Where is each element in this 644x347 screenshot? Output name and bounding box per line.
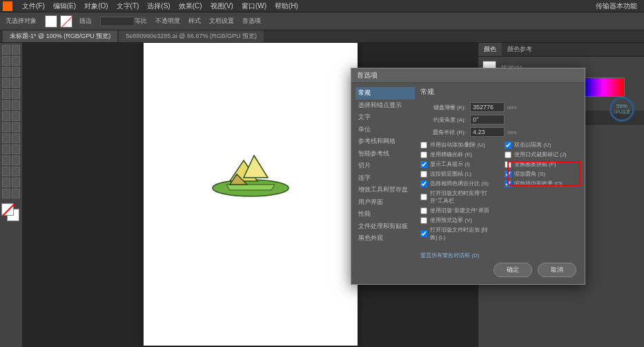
artboard-tool-icon[interactable] — [2, 178, 10, 187]
zoom-tool-icon[interactable] — [12, 189, 20, 198]
check-disable-auto[interactable]: 停用自动添加/删除 (U) — [420, 141, 491, 149]
cat-ui[interactable]: 用户界面 — [355, 196, 415, 209]
cat-black[interactable]: 黑色外观 — [355, 232, 415, 245]
corner-label: 圆角半径 (R): — [420, 129, 470, 136]
cat-general[interactable]: 常规 — [355, 87, 415, 100]
key-increment-input[interactable] — [470, 102, 505, 112]
corner-unit: mm — [507, 129, 516, 135]
mesh-tool-icon[interactable] — [2, 144, 10, 154]
check-scale-corners[interactable]: 缩放圆角 (S) — [505, 170, 575, 178]
check-legacy-toolbar[interactable]: 打开旧版文档时应用"打开"工具栏 — [420, 189, 491, 205]
check-japanese-crop[interactable]: 使用日式裁剪标记 (J) — [505, 151, 575, 158]
system-indicator: 59% CPU温度 — [609, 97, 643, 124]
cat-plugins[interactable]: 增效工具和暂存盘 — [355, 184, 415, 196]
scale-tool-icon[interactable] — [12, 111, 20, 121]
check-transform-pattern[interactable]: 变换图案拼贴 (F) — [505, 160, 575, 168]
color-guide-tab[interactable]: 颜色参考 — [502, 43, 538, 56]
tab-file2[interactable]: 5e880990e3285.ai @ 66.67% (RGB/GPU 预览) — [119, 30, 264, 42]
check-precise-cursor[interactable]: 使用精确光标 (E) — [420, 151, 491, 158]
menu-bar: 文件(F) 编辑(E) 对象(O) 文字(T) 选择(S) 效果(C) 视图(V… — [0, 0, 644, 12]
check-preview-bounds[interactable]: 使用预览边界 (V) — [420, 216, 491, 224]
check-same-tint[interactable]: 选择相同色调百分比 (S) — [420, 180, 491, 187]
cat-hyphenation[interactable]: 连字 — [355, 172, 415, 185]
opt-style[interactable]: 样式 — [188, 17, 201, 26]
opt-uniform[interactable]: 等比 — [135, 17, 147, 26]
brush-tool-icon[interactable] — [12, 89, 20, 99]
menu-file[interactable]: 文件(F) — [18, 1, 49, 11]
line-tool-icon[interactable] — [12, 78, 20, 88]
blend-tool-icon[interactable] — [12, 156, 20, 165]
menu-view[interactable]: 视图(V) — [206, 1, 237, 11]
menu-help[interactable]: 帮助(H) — [271, 1, 302, 11]
curvature-tool-icon[interactable] — [12, 67, 20, 77]
cancel-button[interactable]: 取消 — [538, 263, 576, 277]
menu-object[interactable]: 对象(O) — [80, 1, 112, 11]
reset-warnings-link[interactable]: 重置所有警告对话框 (D) — [420, 252, 575, 259]
cat-guides[interactable]: 参考线和网格 — [355, 135, 415, 148]
wand-tool-icon[interactable] — [2, 56, 10, 66]
constrain-input[interactable] — [470, 115, 505, 124]
fg-color-swatch[interactable] — [1, 203, 14, 216]
dialog-content: 常规 键盘增量 (K): mm 约束角度 (A): 圆角半径 (R): mm 停… — [415, 87, 580, 256]
ok-button[interactable]: 确定 — [494, 263, 532, 277]
width-tool-icon[interactable] — [2, 122, 10, 132]
cpu-label: CPU温度 — [614, 109, 631, 115]
hand-tool-icon[interactable] — [2, 189, 10, 198]
free-transform-icon[interactable] — [12, 122, 20, 132]
check-scale-strokes[interactable]: 缩放描边和效果 (O) — [505, 180, 575, 187]
cat-units[interactable]: 单位 — [355, 124, 415, 136]
eraser-tool-icon[interactable] — [12, 100, 20, 110]
rect-tool-icon[interactable] — [2, 89, 10, 99]
menu-essentials[interactable]: 传输器本功能 — [592, 1, 641, 11]
check-append-converted[interactable]: 打开旧版文件时追加 [转换] (L) — [420, 226, 491, 241]
color-picker[interactable] — [1, 203, 19, 221]
gradient-tool-icon[interactable] — [12, 144, 20, 154]
stroke-swatch[interactable] — [60, 15, 72, 28]
pen-tool-icon[interactable] — [2, 67, 10, 77]
artboard[interactable] — [144, 43, 358, 346]
stroke-weight-input[interactable] — [100, 17, 135, 26]
slice-tool-icon[interactable] — [12, 178, 20, 187]
cat-performance[interactable]: 性能 — [355, 208, 415, 221]
opt-opacity[interactable]: 不透明度 — [155, 17, 180, 26]
tab-untitled[interactable]: 未标题-1* @ 100% (RGB/GPU 预览) — [3, 30, 117, 42]
menu-window[interactable]: 窗口(W) — [237, 1, 271, 11]
shaper-tool-icon[interactable] — [2, 100, 10, 110]
preferences-dialog: 首选项 常规 选择和锚点显示 文字 单位 参考线和网格 智能参考线 切片 连字 … — [351, 68, 585, 285]
graph-tool-icon[interactable] — [12, 167, 20, 176]
opt-prefs[interactable]: 首选项 — [242, 17, 261, 26]
lasso-tool-icon[interactable] — [12, 56, 20, 66]
opt-docsetup[interactable]: 文档设置 — [209, 17, 234, 26]
shape-builder-icon[interactable] — [2, 133, 10, 143]
cat-smartguides[interactable]: 智能参考线 — [355, 148, 415, 160]
rotate-tool-icon[interactable] — [2, 111, 10, 121]
symbol-sprayer-icon[interactable] — [2, 167, 10, 176]
check-tooltips[interactable]: 显示工具提示 (I) — [420, 160, 491, 168]
stroke-label: 描边 — [79, 17, 92, 26]
corner-input[interactable] — [470, 127, 505, 137]
check-legacy-newfile[interactable]: 使用旧版"新建文件"界面 — [420, 207, 491, 214]
direct-select-tool-icon[interactable] — [12, 45, 20, 55]
check-dblclick-isolate[interactable]: 双击以隔离 (U) — [505, 141, 575, 149]
app-logo-icon — [3, 1, 12, 11]
perspective-icon[interactable] — [12, 133, 20, 143]
eyedropper-tool-icon[interactable] — [2, 156, 10, 165]
toolbox — [0, 43, 22, 347]
menu-edit[interactable]: 编辑(E) — [49, 1, 80, 11]
type-tool-icon[interactable] — [2, 78, 10, 88]
fill-swatch[interactable] — [45, 15, 57, 28]
cat-selection[interactable]: 选择和锚点显示 — [355, 100, 415, 112]
menu-select[interactable]: 选择(S) — [143, 1, 174, 11]
key-increment-label: 键盘增量 (K): — [420, 104, 470, 111]
key-increment-unit: mm — [507, 104, 516, 111]
check-lock-art[interactable]: 连按锁定图稿 (L) — [420, 170, 491, 178]
cpu-percent: 59% — [616, 103, 627, 109]
menu-type[interactable]: 文字(T) — [113, 1, 144, 11]
selection-tool-icon[interactable] — [2, 45, 10, 55]
cat-slices[interactable]: 切片 — [355, 160, 415, 172]
cat-filehandling[interactable]: 文件处理和剪贴板 — [355, 221, 415, 233]
dialog-category-list: 常规 选择和锚点显示 文字 单位 参考线和网格 智能参考线 切片 连字 增效工具… — [355, 87, 415, 256]
cat-type[interactable]: 文字 — [355, 111, 415, 124]
color-panel-tab[interactable]: 颜色 — [478, 43, 502, 56]
menu-effect[interactable]: 效果(C) — [175, 1, 206, 11]
